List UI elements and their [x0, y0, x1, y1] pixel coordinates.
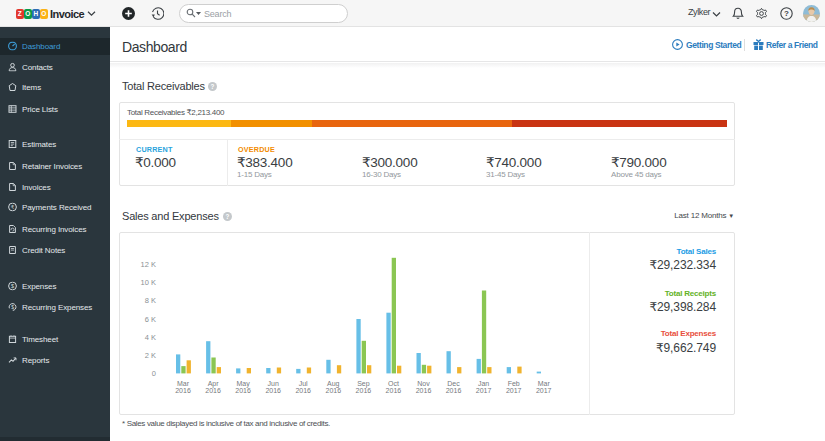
svg-text:2016: 2016 [416, 387, 432, 394]
svg-text:2016: 2016 [175, 387, 191, 394]
svg-text:2016: 2016 [386, 387, 402, 394]
svg-text:2016: 2016 [235, 387, 251, 394]
svg-text:2017: 2017 [536, 387, 552, 394]
svg-text:2016: 2016 [446, 387, 462, 394]
svg-text:Jul: Jul [299, 380, 308, 387]
svg-text:10 K: 10 K [141, 278, 156, 287]
svg-text:Nov: Nov [417, 380, 430, 387]
svg-text:2017: 2017 [476, 387, 492, 394]
svg-text:0: 0 [152, 369, 156, 378]
svg-text:Mar: Mar [177, 380, 190, 387]
svg-text:2017: 2017 [506, 387, 522, 394]
svg-text:$: $ [11, 304, 14, 310]
svg-text:8 K: 8 K [145, 296, 156, 305]
svg-text:?: ? [784, 9, 789, 18]
svg-text:Jan: Jan [478, 380, 489, 387]
svg-text:₹: ₹ [11, 204, 15, 210]
svg-text:?: ? [211, 83, 215, 90]
svg-text:Oct: Oct [388, 380, 399, 387]
svg-text:?: ? [226, 213, 230, 220]
svg-text:Jun: Jun [268, 380, 279, 387]
svg-text:Dec: Dec [447, 380, 460, 387]
svg-text:2016: 2016 [356, 387, 372, 394]
svg-text:$: $ [11, 283, 14, 289]
svg-text:4 K: 4 K [145, 333, 156, 342]
svg-text:6 K: 6 K [145, 315, 156, 324]
svg-text:Feb: Feb [508, 380, 520, 387]
svg-text:Mar: Mar [538, 380, 551, 387]
svg-text:12 K: 12 K [141, 260, 156, 269]
svg-text:2016: 2016 [295, 387, 311, 394]
svg-text:2016: 2016 [265, 387, 281, 394]
svg-text:2016: 2016 [326, 387, 342, 394]
svg-text:2016: 2016 [205, 387, 221, 394]
svg-text:2 K: 2 K [145, 351, 156, 360]
